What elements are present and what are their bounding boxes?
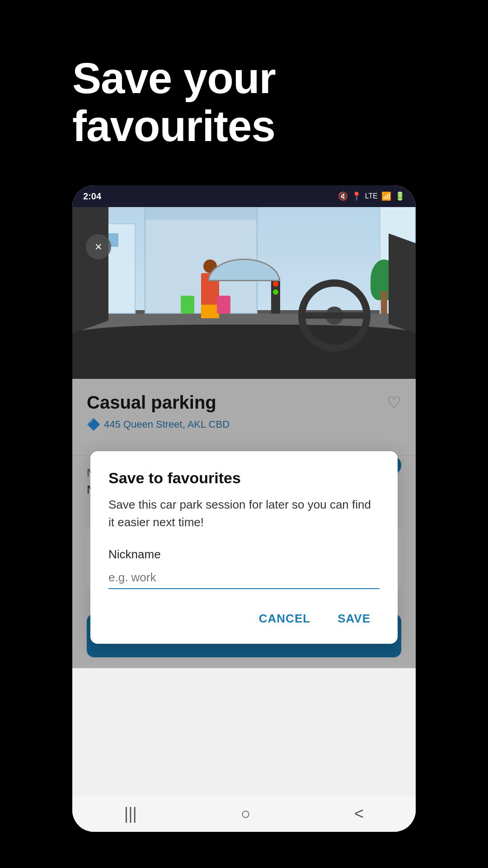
phone-frame: 2:04 🔇 📍 LTE 📶 🔋 (72, 185, 416, 832)
status-time: 2:04 (83, 191, 101, 202)
headline: Save your favourites (72, 54, 276, 150)
dialog-description: Save this car park session for later so … (108, 496, 380, 531)
status-icons: 🔇 📍 LTE 📶 🔋 (338, 191, 405, 201)
headline-line1: Save your (72, 54, 276, 102)
signal-icon: 📶 (381, 191, 391, 201)
tree-trunk (381, 291, 387, 314)
traffic-light (271, 278, 280, 314)
nav-bar: ||| ○ < (72, 796, 416, 832)
dialog-buttons: CANCEL SAVE (108, 607, 380, 630)
location-icon: 📍 (352, 191, 361, 201)
nickname-input[interactable] (108, 567, 380, 589)
dialog-overlay: Save to favourites Save this car park se… (72, 379, 416, 668)
bag-left (181, 296, 194, 314)
windshield-left (72, 207, 108, 334)
windshield-right (389, 233, 416, 334)
nickname-label: Nickname (108, 547, 380, 561)
steering-wheel (298, 279, 371, 352)
nav-home-icon[interactable]: ○ (241, 804, 251, 823)
status-bar: 2:04 🔇 📍 LTE 📶 🔋 (72, 185, 416, 207)
close-button[interactable]: × (86, 234, 111, 259)
headline-line2: favourites (72, 102, 276, 150)
nav-menu-icon[interactable]: ||| (124, 804, 137, 823)
network-icon: LTE (365, 192, 378, 200)
cancel-button[interactable]: CANCEL (250, 607, 319, 630)
mute-icon: 🔇 (338, 191, 348, 201)
nav-back-icon[interactable]: < (354, 804, 364, 823)
dialog-title: Save to favourites (108, 469, 380, 487)
save-to-favourites-dialog: Save to favourites Save this car park se… (90, 451, 398, 644)
car-illustration: × (72, 207, 416, 379)
battery-icon: 🔋 (395, 191, 405, 201)
save-button[interactable]: SAVE (328, 607, 380, 630)
pedestrian-legs (201, 305, 219, 318)
bag-right (217, 296, 230, 314)
